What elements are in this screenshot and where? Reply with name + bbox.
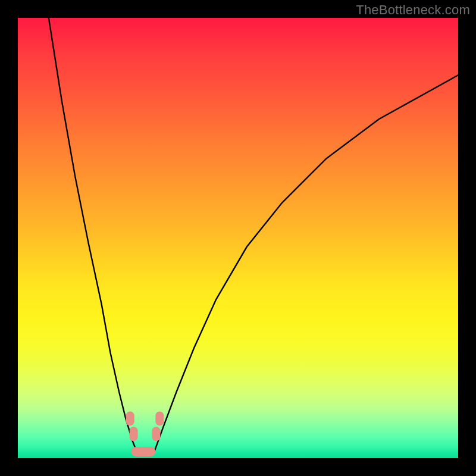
chart-stage: TheBottleneck.com bbox=[0, 0, 476, 476]
left-dot-upper bbox=[126, 411, 134, 425]
curve-layer bbox=[18, 18, 458, 458]
right-dot-lower bbox=[152, 427, 160, 441]
valley-pill bbox=[131, 447, 156, 456]
right-dot-upper bbox=[155, 411, 164, 425]
right-branch-curve bbox=[154, 75, 458, 452]
marker-layer bbox=[126, 411, 164, 456]
plot-area bbox=[18, 18, 458, 458]
left-branch-curve bbox=[49, 18, 137, 452]
left-dot-lower bbox=[130, 427, 138, 441]
watermark-text: TheBottleneck.com bbox=[356, 2, 470, 18]
